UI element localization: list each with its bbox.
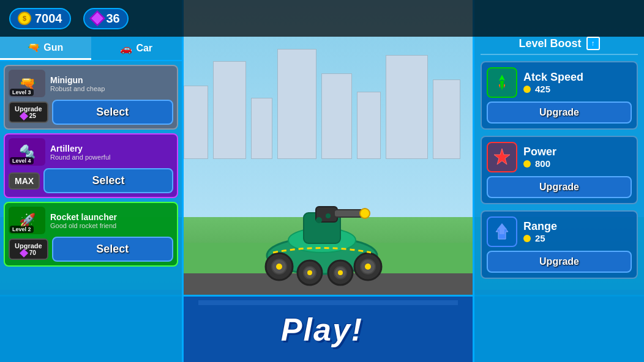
- atck-speed-cost-value: 425: [535, 84, 550, 94]
- power-icon: [487, 142, 517, 172]
- atck-speed-icon: [487, 67, 517, 98]
- building: [357, 92, 381, 159]
- coin-icon-small: [523, 86, 531, 93]
- car-icon: 🚗: [120, 43, 132, 54]
- minigun-upgrade-cost: 25: [21, 113, 36, 119]
- svg-marker-0: [494, 149, 510, 164]
- artillery-name: Artillery: [50, 144, 173, 153]
- atck-speed-name: Atck Speed: [523, 71, 632, 84]
- coin-icon-small: [523, 235, 531, 242]
- gun-tab-label: Gun: [43, 42, 63, 53]
- minigun-image: 🔫 Level 3: [9, 70, 45, 97]
- artillery-max-btn[interactable]: MAX: [9, 172, 40, 190]
- gem-icon-small: [20, 248, 28, 257]
- play-button[interactable]: Play!: [281, 311, 363, 348]
- boost-card-atck-speed: Atck Speed 425 Upgrade: [481, 61, 638, 130]
- minigun-name: Minigun: [50, 75, 173, 85]
- top-bar: $ 7004 36: [0, 0, 644, 37]
- power-cost-value: 800: [535, 158, 550, 169]
- gem-value: 36: [107, 12, 120, 26]
- svg-point-12: [338, 270, 343, 275]
- artillery-desc: Round and powerful: [50, 153, 173, 161]
- minigun-upgrade-btn[interactable]: Upgrade 25: [9, 102, 48, 123]
- car-tab-label: Car: [136, 43, 152, 54]
- city-buildings: [184, 37, 460, 159]
- range-icon: [487, 216, 517, 247]
- rocket-actions: Upgrade 70 Select: [9, 237, 173, 262]
- minigun-info: Minigun Robust and cheap: [50, 75, 173, 92]
- power-info: Power 800: [523, 146, 632, 169]
- boost-top: Range 25: [487, 216, 632, 247]
- boost-card-power: Power 800 Upgrade: [481, 136, 638, 204]
- rocket-upgrade-cost: 70: [21, 249, 36, 256]
- gun-icon: 🔫: [28, 42, 40, 53]
- svg-point-21: [316, 217, 322, 223]
- atck-speed-info: Atck Speed 425: [523, 71, 632, 94]
- level-boost-title: Level Boost: [519, 37, 581, 50]
- weapon-card-minigun: 🔫 Level 3 Minigun Robust and cheap Upgra…: [4, 65, 178, 130]
- svg-point-20: [360, 209, 370, 218]
- minigun-desc: Robust and cheap: [50, 85, 173, 92]
- building: [321, 73, 352, 159]
- boost-card-range: Range 25 Upgrade: [481, 210, 638, 279]
- boost-top: Atck Speed 425: [487, 67, 632, 98]
- range-info: Range 25: [523, 220, 632, 243]
- tank-display: [255, 176, 389, 289]
- rocket-desc: Good old rocket friend: [50, 222, 173, 229]
- rocket-upgrade-label: Upgrade: [15, 242, 42, 249]
- building: [277, 49, 316, 159]
- weapon-top: 🔩 Level 4 Artillery Round and powerful: [9, 138, 173, 166]
- boost-up-icon: ↑: [586, 37, 600, 50]
- building: [251, 98, 272, 159]
- minigun-upgrade-label: Upgrade: [15, 105, 42, 113]
- left-panel: 🔫 Gun 🚗 Car 🔫 Level 3 Minigun Robust and…: [0, 0, 184, 362]
- tab-gun[interactable]: 🔫 Gun: [0, 37, 91, 60]
- artillery-info: Artillery Round and powerful: [50, 144, 173, 161]
- artillery-image: 🔩 Level 4: [9, 138, 45, 166]
- coin-currency: $ 7004: [9, 8, 71, 29]
- building: [184, 86, 208, 159]
- weapon-top: 🔫 Level 3 Minigun Robust and cheap: [9, 70, 173, 97]
- svg-point-15: [365, 264, 371, 270]
- gem-icon: [89, 10, 105, 26]
- gem-currency: 36: [83, 8, 129, 29]
- coin-value: 7004: [35, 12, 62, 26]
- rocket-name: Rocket launcher: [50, 212, 173, 222]
- svg-point-6: [276, 264, 282, 270]
- atck-speed-cost: 425: [523, 84, 632, 94]
- tab-car[interactable]: 🚗 Car: [91, 37, 182, 60]
- right-panel: Level Boost ↑ Atck Speed 425 Upgrad: [473, 0, 644, 362]
- building: [213, 61, 246, 159]
- minigun-level: Level 3: [10, 89, 34, 96]
- range-cost-value: 25: [535, 233, 545, 243]
- gem-icon-small: [20, 111, 28, 120]
- weapon-list: 🔫 Level 3 Minigun Robust and cheap Upgra…: [0, 61, 182, 362]
- svg-point-9: [307, 270, 312, 275]
- rocket-level: Level 2: [10, 226, 34, 233]
- range-cost: 25: [523, 233, 632, 243]
- weapon-tabs: 🔫 Gun 🚗 Car: [0, 37, 182, 61]
- rocket-icon: [493, 73, 511, 92]
- power-cost: 800: [523, 158, 632, 169]
- svg-point-22: [326, 213, 331, 218]
- range-upgrade-btn[interactable]: Upgrade: [487, 251, 632, 273]
- weapon-top: 🚀 Level 2 Rocket launcher Good old rocke…: [9, 207, 173, 234]
- artillery-select-btn[interactable]: Select: [43, 168, 173, 193]
- rocket-select-btn[interactable]: Select: [52, 237, 173, 262]
- weapon-card-rocket: 🚀 Level 2 Rocket launcher Good old rocke…: [4, 202, 178, 267]
- coin-icon-small: [523, 160, 531, 168]
- atck-speed-upgrade-btn[interactable]: Upgrade: [487, 102, 632, 124]
- rocket-image: 🚀 Level 2: [9, 207, 45, 234]
- star-burst-icon: [492, 147, 512, 167]
- range-name: Range: [523, 220, 632, 233]
- artillery-level: Level 4: [10, 157, 34, 164]
- artillery-upgrade-label: MAX: [15, 176, 34, 186]
- rocket-info: Rocket launcher Good old rocket friend: [50, 212, 173, 229]
- chevron-up-icon: [492, 222, 512, 242]
- minigun-select-btn[interactable]: Select: [52, 100, 173, 125]
- tank-svg: [255, 176, 389, 286]
- power-upgrade-btn[interactable]: Upgrade: [487, 176, 632, 198]
- building: [433, 79, 460, 159]
- rocket-upgrade-btn[interactable]: Upgrade 70: [9, 238, 48, 260]
- level-boost-header: Level Boost ↑: [481, 37, 638, 55]
